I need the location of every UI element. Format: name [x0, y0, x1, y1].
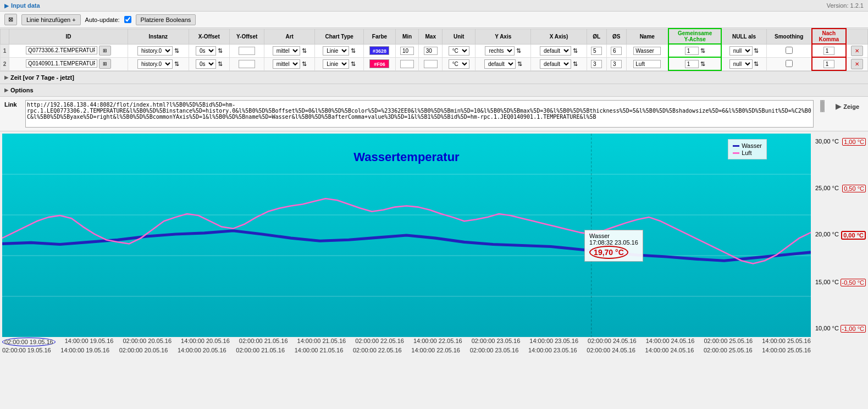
row1-nach-komma-input[interactable] [823, 47, 834, 55]
row1-id: ⊞ [9, 44, 128, 57]
y-right-m1: -1,00 °C [841, 325, 866, 333]
row2-chart-type-select[interactable]: Linie [323, 59, 349, 69]
row2-color-swatch[interactable]: #F06 [369, 59, 389, 68]
row1-art-select[interactable]: mittel [273, 46, 300, 56]
col-x-axis: X Axis) [531, 29, 587, 44]
row1-null-als-select[interactable]: null [729, 46, 753, 56]
row1-instanz-arrows: ⇅ [174, 47, 179, 54]
x-label-13: 14:00:00 25.05.16 [762, 338, 811, 346]
x-axis-top: 02:00:00 19.05.16 14:00:00 19.05.16 02:0… [2, 338, 811, 346]
x-label-12: 02:00:00 25.05.16 [704, 338, 753, 346]
xb-label-4: 02:00:00 21.05.16 [236, 347, 285, 353]
y-val-15: 15,00 °C -0,50 °C [815, 279, 866, 286]
row1-unit-select[interactable]: °C [449, 46, 469, 56]
x-label-4: 02:00:00 21.05.16 [239, 338, 288, 346]
row1-y-axis-select[interactable]: rechts [485, 46, 515, 56]
row2-y-axis-select[interactable]: default [484, 59, 516, 69]
row1-smoothing-checkbox[interactable] [786, 47, 793, 54]
row1-name-input[interactable] [633, 47, 661, 55]
reset-button[interactable]: ⊠ [4, 14, 17, 25]
row1-y-offset-input[interactable] [239, 47, 255, 55]
row2-unit-select[interactable]: °C [449, 59, 469, 69]
row1-id-icon[interactable]: ⊞ [99, 46, 111, 56]
col-gemeinsame: GemeinsameY-Achse [668, 29, 721, 44]
xb-label-1: 14:00:00 19.05.16 [60, 347, 109, 353]
row2-name [626, 57, 668, 70]
zeige-label: Zeige [843, 103, 859, 110]
row2-ol-input[interactable] [591, 60, 602, 68]
row1-instanz-select[interactable]: history.0 [137, 46, 173, 56]
row2-gemeinsame: ⇅ [668, 57, 721, 70]
y-left-20: 20,00 °C [815, 231, 839, 240]
row2-instanz-select[interactable]: history.0 [137, 59, 173, 69]
chart-canvas[interactable]: Wassertemperatur Wasser Luft Wasser 17:0… [2, 134, 811, 337]
app-title: Input data [4, 2, 40, 9]
row2-id-icon[interactable]: ⊞ [99, 59, 111, 69]
x-label-5: 14:00:00 21.05.16 [297, 338, 346, 346]
col-id: ID [9, 29, 128, 44]
row2-max-input[interactable] [424, 60, 438, 68]
auto-update-checkbox[interactable] [124, 16, 131, 23]
row1-max [419, 44, 443, 57]
scrollbar[interactable] [820, 100, 825, 112]
row2-os-input[interactable] [611, 60, 622, 68]
place-booleans-button[interactable]: Platziere Booleans [136, 14, 196, 25]
row2-min-input[interactable] [400, 60, 414, 68]
xb-label-9: 14:00:00 23.05.16 [528, 347, 577, 353]
row2-x-offset: 0s ⇅ [189, 57, 229, 70]
y-left-30: 30,00 °C [815, 138, 839, 146]
row2-x-axis-select[interactable]: default [540, 59, 571, 69]
row1-farbe[interactable]: #3628 [364, 44, 395, 57]
auto-update-label: Auto-update: [85, 16, 120, 23]
chart-svg [2, 134, 811, 337]
chart-area: Wassertemperatur Wasser Luft Wasser 17:0… [0, 131, 868, 356]
row2-farbe[interactable]: #F06 [364, 57, 395, 70]
row2-delete-button[interactable]: ✕ [851, 59, 863, 69]
row1-ol-input[interactable] [591, 47, 602, 55]
row2-x-offset-select[interactable]: 0s [196, 59, 216, 69]
y-val-20: 20,00 °C 0,00 °C [815, 231, 866, 240]
col-null-als: NULL als [721, 29, 766, 44]
row-number-2: 2 [1, 57, 9, 70]
row2-os [606, 57, 626, 70]
row1-color-swatch[interactable]: #3628 [369, 46, 389, 55]
row2-id-input[interactable] [26, 59, 97, 68]
row2-gemeinsame-input[interactable] [685, 60, 699, 68]
version-label: Version: 1.2.1 [827, 2, 864, 9]
col-num [1, 29, 9, 44]
link-textarea[interactable]: http://192.168.138.44:8082/flot/index.ht… [25, 100, 814, 128]
row1-chart-type-select[interactable]: Linie [323, 46, 349, 56]
toolbar: ⊠ Linie hinzufügen + Auto-update: Platzi… [0, 12, 868, 28]
y-axis-right-panel: 30,00 °C 1,00 °C 25,00 °C 0,50 °C 20,00 … [813, 134, 868, 337]
row2-y-offset-input[interactable] [239, 60, 255, 68]
row1-x-offset-select[interactable]: 0s [196, 46, 216, 56]
row1-smoothing [766, 44, 811, 57]
col-max: Max [419, 29, 443, 44]
col-x-offset: X-Offset [189, 29, 229, 44]
zeit-label: Zeit [vor 7 Tage - jetzt] [10, 74, 74, 81]
xb-label-10: 02:00:00 24.05.16 [587, 347, 635, 353]
row2-null-als-select[interactable]: null [729, 59, 753, 69]
row2-art-select[interactable]: mittel [273, 59, 300, 69]
zeige-button[interactable]: Zeige [831, 100, 864, 113]
row1-chart-type: Linie ⇅ [315, 44, 364, 57]
row2-name-input[interactable] [633, 60, 661, 68]
xb-label-13: 14:00:00 25.05.16 [762, 347, 811, 353]
add-line-button[interactable]: Linie hinzufügen + [21, 14, 81, 25]
row1-os-input[interactable] [611, 47, 622, 55]
row1-min-input[interactable] [400, 47, 414, 55]
row1-delete-button[interactable]: ✕ [851, 46, 863, 56]
row1-id-input[interactable] [26, 46, 97, 54]
row1-x-axis-select[interactable]: default [540, 46, 571, 56]
row1-max-input[interactable] [424, 47, 438, 55]
row2-smoothing-checkbox[interactable] [786, 60, 793, 67]
row1-gemeinsame-input[interactable] [685, 47, 699, 55]
legend-color-water [733, 145, 739, 147]
row2-delete: ✕ [846, 57, 868, 70]
y-val-30: 30,00 °C 1,00 °C [815, 138, 866, 146]
y-left-15: 15,00 °C [815, 279, 839, 286]
zeit-section[interactable]: Zeit [vor 7 Tage - jetzt] [0, 71, 868, 84]
options-section[interactable]: Options [0, 84, 868, 97]
row2-nach-komma-input[interactable] [823, 60, 834, 68]
x-axis-bottom: 02:00:00 19.05.16 14:00:00 19.05.16 02:0… [2, 347, 811, 353]
